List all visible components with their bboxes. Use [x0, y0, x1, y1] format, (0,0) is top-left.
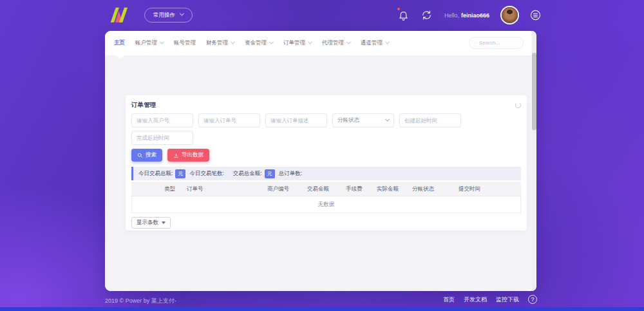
sync-icon [421, 10, 432, 21]
export-data-button[interactable]: 导出数据 [167, 149, 209, 162]
search-icon [475, 40, 476, 46]
menu-icon [530, 10, 541, 21]
table-empty-row: 无数据 [131, 196, 521, 213]
header-right-cluster: Hello,feiniao666 [398, 0, 541, 30]
stats-bar: 今日交易总额: 元 今日交易笔数: 交易总金额: 元 总订单数: [131, 167, 521, 180]
order-desc-input[interactable] [265, 113, 327, 127]
table-header-fee: 手续费 [342, 185, 373, 193]
nav-label: 通道管理 [361, 39, 383, 47]
chevron-down-icon [180, 12, 184, 16]
top-header: 常用操作 Hello,feiniao666 [0, 0, 644, 30]
bell-icon [398, 10, 409, 21]
split-status-select[interactable]: 分账状态 [332, 113, 394, 127]
nav-item-account-no-mgmt[interactable]: 账号管理 [174, 39, 196, 47]
nav-label: 财务管理 [206, 39, 228, 47]
card-header: 订单管理 [131, 100, 521, 109]
nav-item-finance-mgmt[interactable]: 财务管理 [206, 39, 234, 47]
notification-bell-button[interactable] [398, 10, 409, 21]
nav-item-order-mgmt[interactable]: 订单管理 [283, 39, 312, 47]
search-icon [137, 153, 143, 158]
finish-start-time-input[interactable] [131, 131, 193, 145]
total-amount-label: 交易总金额: [233, 170, 262, 178]
global-search [469, 37, 524, 49]
chevron-down-icon [308, 39, 312, 44]
nav-label: 资金管理 [245, 39, 267, 47]
table-header-type: 类型 [160, 185, 183, 193]
bottom-accent-strip [0, 307, 644, 311]
chevron-down-icon [269, 39, 274, 44]
nav-item-funds-mgmt[interactable]: 资金管理 [245, 39, 273, 47]
page-size-label: 显示条数 [137, 219, 158, 227]
help-button[interactable]: ? [528, 295, 537, 304]
search-button-label: 搜索 [146, 151, 156, 159]
nav-label: 代理管理 [322, 39, 344, 47]
chevron-down-icon [385, 39, 390, 44]
footer-link-home[interactable]: 首页 [443, 296, 455, 304]
filter-form: 分账状态 [131, 113, 479, 145]
table-header-merchant-no: 商户编号 [263, 185, 303, 193]
table-header-trade-amount: 交易金额 [303, 185, 342, 193]
footer-link-monitor-download[interactable]: 监控下载 [496, 296, 519, 304]
app-container: 主页 账户管理 账号管理 财务管理 资金管理 订单管理 代理管理 通道管理 订单… [105, 31, 536, 291]
chevron-down-icon [231, 39, 235, 44]
chevron-down-icon [385, 117, 390, 121]
page-size-dropdown[interactable]: 显示条数 [131, 217, 171, 229]
footer-links: 首页 开发文档 监控下载 ? [443, 295, 537, 304]
page-body: 订单管理 分账状态 搜索 [105, 55, 532, 291]
user-greeting: Hello,feiniao666 [444, 12, 489, 19]
logo-m-icon [109, 6, 129, 23]
refresh-icon[interactable] [515, 102, 521, 108]
footer-link-docs[interactable]: 开发文档 [464, 296, 487, 304]
export-button-label: 导出数据 [182, 151, 204, 159]
today-total-label: 今日交易总额: [138, 170, 173, 178]
quick-actions-button[interactable]: 常用操作 [144, 8, 193, 23]
table-header-order-no: 订单号 [183, 185, 263, 193]
export-icon [173, 153, 179, 158]
create-start-time-input[interactable] [399, 113, 461, 127]
action-buttons: 搜索 导出数据 [131, 149, 521, 162]
username: feiniao666 [461, 12, 489, 19]
vertical-scrollbar[interactable] [532, 31, 536, 291]
total-orders-label: 总订单数: [279, 170, 302, 178]
caret-down-icon [162, 221, 166, 224]
quick-actions-label: 常用操作 [153, 12, 175, 19]
sync-button[interactable] [421, 10, 432, 21]
order-management-card: 订单管理 分账状态 搜索 [126, 95, 527, 231]
page-title: 订单管理 [131, 101, 156, 109]
nav-item-agent-mgmt[interactable]: 代理管理 [322, 39, 350, 47]
chevron-down-icon [160, 39, 164, 44]
menu-button[interactable] [530, 10, 541, 21]
split-status-label: 分账状态 [337, 117, 359, 124]
main-nav: 主页 账户管理 账号管理 财务管理 资金管理 订单管理 代理管理 通道管理 [105, 31, 532, 55]
footer-copyright: 2019 © Power by 菜上支付- [105, 297, 176, 305]
merchant-no-input[interactable] [131, 113, 193, 127]
search-button[interactable]: 搜索 [131, 149, 162, 162]
greeting-prefix: Hello, [444, 12, 459, 19]
nav-item-home[interactable]: 主页 [114, 39, 125, 47]
table-header-split-status: 分账状态 [408, 185, 455, 193]
chevron-down-icon [346, 39, 351, 44]
yuan-badge: 元 [175, 169, 185, 178]
scrollbar-thumb[interactable] [532, 53, 536, 130]
today-count-label: 今日交易笔数: [189, 170, 223, 178]
table-header-actual-amount: 实际金额 [373, 185, 408, 193]
active-tab-notch [116, 55, 124, 59]
orders-table: 类型 订单号 商户编号 交易金额 手续费 实际金额 分账状态 提交时间 无数据 [131, 182, 521, 213]
nav-item-account-mgmt[interactable]: 账户管理 [135, 39, 164, 47]
nav-label: 主页 [114, 39, 125, 47]
nav-item-channel-mgmt[interactable]: 通道管理 [361, 39, 389, 47]
nav-label: 订单管理 [283, 39, 305, 47]
app-logo[interactable] [109, 6, 129, 24]
nav-label: 账户管理 [135, 39, 157, 47]
avatar[interactable] [502, 7, 518, 23]
yuan-badge: 元 [265, 169, 275, 178]
search-input[interactable] [479, 40, 518, 46]
nav-label: 账号管理 [174, 39, 196, 47]
table-header-row: 类型 订单号 商户编号 交易金额 手续费 实际金额 分账状态 提交时间 [131, 182, 521, 196]
notification-dot [397, 8, 400, 10]
table-header-submit-time: 提交时间 [455, 185, 521, 193]
order-no-input[interactable] [198, 113, 260, 127]
